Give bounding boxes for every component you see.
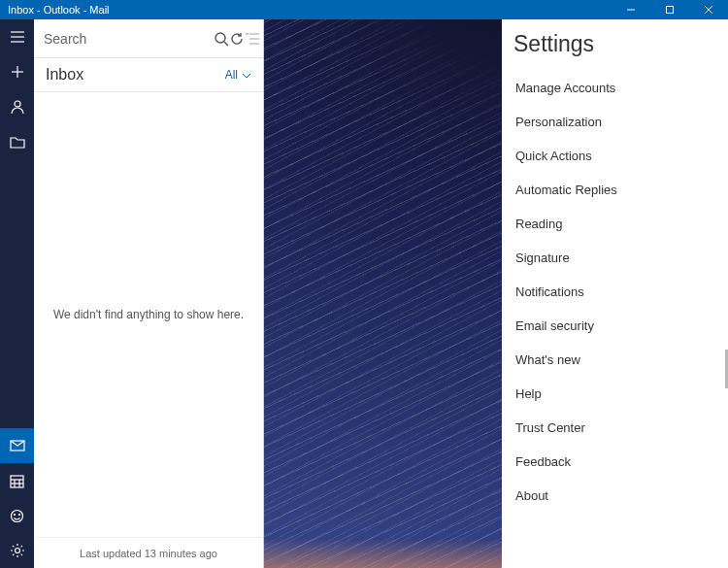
plus-icon — [11, 65, 24, 79]
close-button[interactable] — [689, 0, 728, 19]
mail-app-button[interactable] — [0, 428, 34, 463]
svg-point-17 — [15, 514, 16, 515]
filter-dropdown[interactable]: All — [225, 66, 251, 84]
smiley-icon — [10, 509, 24, 523]
calendar-app-button[interactable] — [0, 463, 34, 498]
settings-item-help[interactable]: Help — [513, 377, 714, 411]
settings-item-notifications[interactable]: Notifications — [513, 275, 714, 309]
filter-label: All — [225, 68, 238, 82]
search-bar — [34, 19, 263, 58]
titlebar: Inbox - Outlook - Mail — [0, 0, 728, 19]
app-body: Inbox All We didn't find anything to sho… — [0, 19, 728, 568]
minimize-button[interactable] — [612, 0, 650, 19]
svg-point-19 — [15, 549, 19, 553]
gear-icon — [10, 543, 25, 558]
settings-item-personalization[interactable]: Personalization — [513, 105, 714, 139]
svg-point-9 — [15, 101, 20, 107]
svg-line-21 — [224, 42, 228, 46]
settings-item-quick-actions[interactable]: Quick Actions — [513, 139, 714, 173]
folder-icon — [10, 135, 25, 149]
settings-item-trust-center[interactable]: Trust Center — [513, 411, 714, 445]
settings-item-email-security[interactable]: Email security — [513, 309, 714, 343]
new-mail-button[interactable] — [0, 54, 34, 89]
reading-pane-background — [264, 19, 502, 568]
empty-state-message: We didn't find anything to show here. — [53, 308, 244, 321]
settings-item-automatic-replies[interactable]: Automatic Replies — [513, 173, 714, 207]
sync-status: Last updated 13 minutes ago — [34, 537, 263, 568]
svg-rect-1 — [667, 7, 674, 14]
window-title: Inbox - Outlook - Mail — [8, 4, 612, 16]
svg-rect-11 — [11, 476, 23, 487]
refresh-icon — [229, 31, 245, 47]
sync-button[interactable] — [229, 24, 245, 53]
nav-rail — [0, 19, 34, 568]
folder-header: Inbox All — [34, 58, 263, 92]
search-button[interactable] — [214, 24, 229, 53]
hamburger-menu-button[interactable] — [0, 19, 34, 54]
message-list-column: Inbox All We didn't find anything to sho… — [34, 19, 264, 568]
folder-name: Inbox — [46, 66, 225, 84]
feedback-rail-button[interactable] — [0, 498, 34, 533]
mail-icon — [10, 440, 25, 451]
svg-point-16 — [12, 510, 23, 521]
accounts-button[interactable] — [0, 89, 34, 124]
person-icon — [10, 99, 25, 115]
list-select-icon — [245, 32, 260, 46]
hamburger-icon — [10, 30, 25, 44]
settings-item-manage-accounts[interactable]: Manage Accounts — [513, 71, 714, 105]
search-input[interactable] — [44, 31, 214, 47]
settings-item-whats-new[interactable]: What's new — [513, 343, 714, 377]
settings-pane: Settings Manage Accounts Personalization… — [502, 19, 728, 568]
settings-rail-button[interactable] — [0, 533, 34, 568]
svg-point-18 — [19, 514, 20, 515]
message-list: We didn't find anything to show here. — [34, 92, 263, 537]
sync-status-text: Last updated 13 minutes ago — [80, 548, 217, 559]
svg-point-20 — [215, 33, 225, 43]
settings-title: Settings — [513, 31, 714, 57]
calendar-icon — [10, 474, 24, 488]
settings-item-reading[interactable]: Reading — [513, 207, 714, 241]
settings-item-signature[interactable]: Signature — [513, 241, 714, 275]
chevron-down-icon — [242, 66, 251, 84]
folders-button[interactable] — [0, 124, 34, 159]
maximize-button[interactable] — [650, 0, 689, 19]
search-icon — [214, 31, 229, 47]
settings-item-feedback[interactable]: Feedback — [513, 445, 714, 479]
selection-mode-button[interactable] — [245, 24, 260, 53]
settings-item-about[interactable]: About — [513, 479, 714, 513]
app-window: Inbox - Outlook - Mail — [0, 0, 728, 568]
